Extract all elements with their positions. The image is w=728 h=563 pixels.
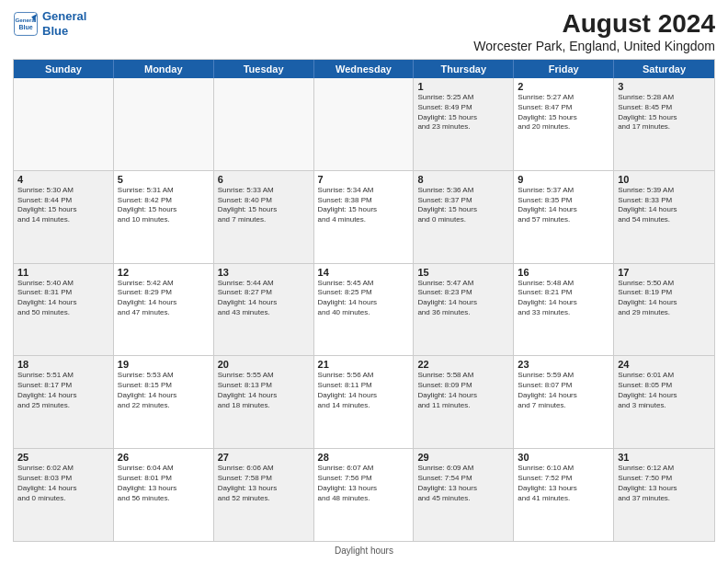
day-number: 4 bbox=[17, 174, 109, 185]
day-number: 15 bbox=[417, 267, 509, 278]
day-info: Sunrise: 6:12 AM Sunset: 7:50 PM Dayligh… bbox=[618, 464, 711, 503]
day-number: 13 bbox=[218, 267, 310, 278]
day-number: 8 bbox=[417, 174, 509, 185]
day-number: 29 bbox=[417, 452, 509, 463]
day-info: Sunrise: 6:09 AM Sunset: 7:54 PM Dayligh… bbox=[417, 464, 509, 503]
day-number: 22 bbox=[417, 359, 509, 370]
weekday-header-saturday: Saturday bbox=[614, 60, 714, 78]
calendar-cell-5: 5Sunrise: 5:31 AM Sunset: 8:42 PM Daylig… bbox=[114, 171, 214, 263]
day-number: 31 bbox=[618, 452, 711, 463]
calendar-cell-28: 28Sunrise: 6:07 AM Sunset: 7:56 PM Dayli… bbox=[314, 449, 415, 541]
day-info: Sunrise: 5:28 AM Sunset: 8:45 PM Dayligh… bbox=[618, 93, 711, 132]
day-number: 30 bbox=[518, 452, 609, 463]
calendar-cell-25: 25Sunrise: 6:02 AM Sunset: 8:03 PM Dayli… bbox=[14, 449, 114, 541]
day-number: 9 bbox=[518, 174, 609, 185]
day-number: 21 bbox=[318, 359, 410, 370]
calendar-cell-20: 20Sunrise: 5:55 AM Sunset: 8:13 PM Dayli… bbox=[214, 356, 314, 448]
day-info: Sunrise: 5:39 AM Sunset: 8:33 PM Dayligh… bbox=[618, 186, 711, 225]
calendar-week-3: 11Sunrise: 5:40 AM Sunset: 8:31 PM Dayli… bbox=[14, 264, 714, 357]
day-number: 19 bbox=[118, 359, 210, 370]
day-info: Sunrise: 5:37 AM Sunset: 8:35 PM Dayligh… bbox=[518, 186, 609, 225]
day-number: 16 bbox=[518, 267, 609, 278]
day-number: 6 bbox=[218, 174, 310, 185]
calendar-cell-30: 30Sunrise: 6:10 AM Sunset: 7:52 PM Dayli… bbox=[514, 449, 614, 541]
calendar-cell-empty bbox=[14, 78, 114, 170]
calendar-cell-22: 22Sunrise: 5:58 AM Sunset: 8:09 PM Dayli… bbox=[414, 356, 514, 448]
calendar-cell-6: 6Sunrise: 5:33 AM Sunset: 8:40 PM Daylig… bbox=[214, 171, 314, 263]
weekday-header-monday: Monday bbox=[114, 60, 214, 78]
logo-line2: Blue bbox=[42, 24, 86, 39]
calendar-cell-empty bbox=[114, 78, 214, 170]
calendar-cell-14: 14Sunrise: 5:45 AM Sunset: 8:25 PM Dayli… bbox=[314, 264, 415, 356]
day-info: Sunrise: 5:48 AM Sunset: 8:21 PM Dayligh… bbox=[518, 279, 609, 318]
weekday-header-wednesday: Wednesday bbox=[314, 60, 415, 78]
day-info: Sunrise: 5:59 AM Sunset: 8:07 PM Dayligh… bbox=[518, 371, 609, 410]
calendar-body: 1Sunrise: 5:25 AM Sunset: 8:49 PM Daylig… bbox=[14, 78, 714, 541]
calendar-cell-27: 27Sunrise: 6:06 AM Sunset: 7:58 PM Dayli… bbox=[214, 449, 314, 541]
day-number: 18 bbox=[17, 359, 109, 370]
calendar-cell-8: 8Sunrise: 5:36 AM Sunset: 8:37 PM Daylig… bbox=[414, 171, 514, 263]
logo-icon: General Blue bbox=[13, 11, 39, 37]
calendar-cell-2: 2Sunrise: 5:27 AM Sunset: 8:47 PM Daylig… bbox=[514, 78, 614, 170]
day-info: Sunrise: 5:36 AM Sunset: 8:37 PM Dayligh… bbox=[417, 186, 509, 225]
page: General Blue General Blue August 2024 Wo… bbox=[0, 0, 728, 563]
subtitle: Worcester Park, England, United Kingdom bbox=[473, 39, 715, 53]
calendar-cell-12: 12Sunrise: 5:42 AM Sunset: 8:29 PM Dayli… bbox=[114, 264, 214, 356]
calendar-cell-15: 15Sunrise: 5:47 AM Sunset: 8:23 PM Dayli… bbox=[414, 264, 514, 356]
day-info: Sunrise: 6:02 AM Sunset: 8:03 PM Dayligh… bbox=[17, 464, 109, 503]
calendar-week-2: 4Sunrise: 5:30 AM Sunset: 8:44 PM Daylig… bbox=[14, 171, 714, 264]
day-info: Sunrise: 6:10 AM Sunset: 7:52 PM Dayligh… bbox=[518, 464, 609, 503]
day-info: Sunrise: 5:56 AM Sunset: 8:11 PM Dayligh… bbox=[318, 371, 410, 410]
day-info: Sunrise: 6:01 AM Sunset: 8:05 PM Dayligh… bbox=[618, 371, 711, 410]
calendar-cell-26: 26Sunrise: 6:04 AM Sunset: 8:01 PM Dayli… bbox=[114, 449, 214, 541]
logo-line1: General bbox=[42, 9, 86, 24]
calendar-cell-29: 29Sunrise: 6:09 AM Sunset: 7:54 PM Dayli… bbox=[414, 449, 514, 541]
calendar-header: SundayMondayTuesdayWednesdayThursdayFrid… bbox=[14, 60, 714, 78]
calendar-cell-19: 19Sunrise: 5:53 AM Sunset: 8:15 PM Dayli… bbox=[114, 356, 214, 448]
day-info: Sunrise: 5:51 AM Sunset: 8:17 PM Dayligh… bbox=[17, 371, 109, 410]
calendar-cell-3: 3Sunrise: 5:28 AM Sunset: 8:45 PM Daylig… bbox=[614, 78, 714, 170]
day-info: Sunrise: 5:34 AM Sunset: 8:38 PM Dayligh… bbox=[318, 186, 410, 225]
calendar-cell-17: 17Sunrise: 5:50 AM Sunset: 8:19 PM Dayli… bbox=[614, 264, 714, 356]
calendar-cell-1: 1Sunrise: 5:25 AM Sunset: 8:49 PM Daylig… bbox=[414, 78, 514, 170]
logo: General Blue General Blue bbox=[13, 9, 86, 38]
day-info: Sunrise: 5:58 AM Sunset: 8:09 PM Dayligh… bbox=[417, 371, 509, 410]
day-info: Sunrise: 6:06 AM Sunset: 7:58 PM Dayligh… bbox=[218, 464, 310, 503]
day-info: Sunrise: 5:33 AM Sunset: 8:40 PM Dayligh… bbox=[218, 186, 310, 225]
day-number: 7 bbox=[318, 174, 410, 185]
calendar-cell-24: 24Sunrise: 6:01 AM Sunset: 8:05 PM Dayli… bbox=[614, 356, 714, 448]
day-info: Sunrise: 5:42 AM Sunset: 8:29 PM Dayligh… bbox=[118, 279, 210, 318]
day-info: Sunrise: 5:40 AM Sunset: 8:31 PM Dayligh… bbox=[17, 279, 109, 318]
day-number: 2 bbox=[518, 81, 609, 92]
day-number: 23 bbox=[518, 359, 609, 370]
header: General Blue General Blue August 2024 Wo… bbox=[13, 9, 715, 53]
day-info: Sunrise: 5:31 AM Sunset: 8:42 PM Dayligh… bbox=[118, 186, 210, 225]
weekday-header-tuesday: Tuesday bbox=[214, 60, 314, 78]
calendar-cell-13: 13Sunrise: 5:44 AM Sunset: 8:27 PM Dayli… bbox=[214, 264, 314, 356]
day-info: Sunrise: 5:53 AM Sunset: 8:15 PM Dayligh… bbox=[118, 371, 210, 410]
day-info: Sunrise: 6:07 AM Sunset: 7:56 PM Dayligh… bbox=[318, 464, 410, 503]
day-number: 20 bbox=[218, 359, 310, 370]
weekday-header-friday: Friday bbox=[514, 60, 614, 78]
title-block: August 2024 Worcester Park, England, Uni… bbox=[473, 9, 715, 53]
day-info: Sunrise: 5:27 AM Sunset: 8:47 PM Dayligh… bbox=[518, 93, 609, 132]
day-info: Sunrise: 5:50 AM Sunset: 8:19 PM Dayligh… bbox=[618, 279, 711, 318]
day-number: 25 bbox=[17, 452, 109, 463]
day-info: Sunrise: 5:55 AM Sunset: 8:13 PM Dayligh… bbox=[218, 371, 310, 410]
day-info: Sunrise: 5:25 AM Sunset: 8:49 PM Dayligh… bbox=[417, 93, 509, 132]
day-number: 1 bbox=[417, 81, 509, 92]
calendar-cell-16: 16Sunrise: 5:48 AM Sunset: 8:21 PM Dayli… bbox=[514, 264, 614, 356]
calendar-cell-empty bbox=[314, 78, 415, 170]
day-info: Sunrise: 5:44 AM Sunset: 8:27 PM Dayligh… bbox=[218, 279, 310, 318]
main-title: August 2024 bbox=[473, 9, 715, 39]
footer-note: Daylight hours bbox=[13, 546, 715, 556]
calendar-week-4: 18Sunrise: 5:51 AM Sunset: 8:17 PM Dayli… bbox=[14, 356, 714, 449]
logo-text-block: General Blue bbox=[42, 9, 86, 38]
calendar-cell-23: 23Sunrise: 5:59 AM Sunset: 8:07 PM Dayli… bbox=[514, 356, 614, 448]
day-number: 28 bbox=[318, 452, 410, 463]
calendar-cell-10: 10Sunrise: 5:39 AM Sunset: 8:33 PM Dayli… bbox=[614, 171, 714, 263]
calendar-week-5: 25Sunrise: 6:02 AM Sunset: 8:03 PM Dayli… bbox=[14, 449, 714, 541]
day-info: Sunrise: 5:45 AM Sunset: 8:25 PM Dayligh… bbox=[318, 279, 410, 318]
calendar-cell-empty bbox=[214, 78, 314, 170]
day-info: Sunrise: 5:47 AM Sunset: 8:23 PM Dayligh… bbox=[417, 279, 509, 318]
